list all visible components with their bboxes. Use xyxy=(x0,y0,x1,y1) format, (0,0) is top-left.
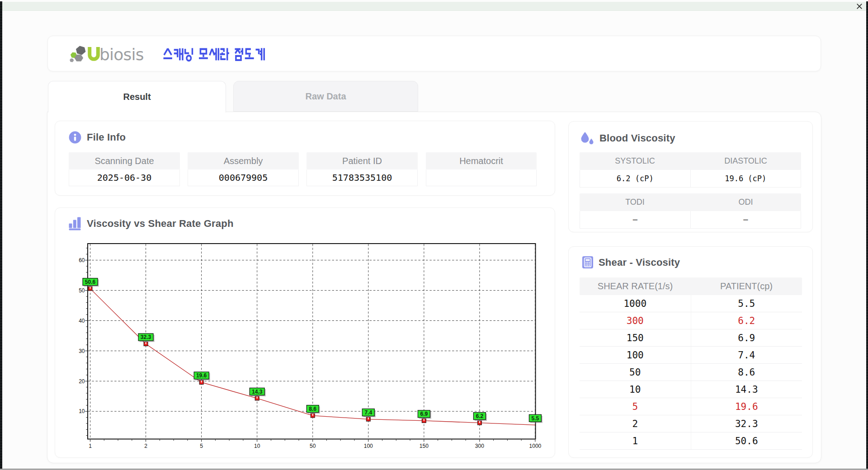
field-value xyxy=(426,169,537,186)
field-label: Assembly xyxy=(188,152,299,169)
field-label: Patient ID xyxy=(307,152,418,169)
field-value: 51783535100 xyxy=(307,169,418,186)
field-label: Hematocrit xyxy=(426,152,537,169)
table-row: 508.6 xyxy=(580,364,802,381)
file-info-field-scanning-date: Scanning Date2025-06-30 xyxy=(69,152,180,186)
svg-text:biosis: biosis xyxy=(99,45,144,64)
file-info-field-patient-id: Patient ID51783535100 xyxy=(307,152,418,186)
info-icon xyxy=(69,131,81,144)
file-info-title: File Info xyxy=(87,132,126,143)
column-header: SHEAR RATE(1/s) xyxy=(580,277,691,295)
close-icon[interactable] xyxy=(856,3,863,9)
table-row: 1506.9 xyxy=(580,329,802,347)
shear-rate-cell: 100 xyxy=(580,347,691,363)
svg-text:19.6: 19.6 xyxy=(196,372,207,379)
app-header: biosis 스캐닝 모세관 점도계 xyxy=(47,36,821,71)
table-row: 1014.3 xyxy=(580,381,802,398)
table-row: 3006.2 xyxy=(580,312,802,329)
patient-cell: 5.5 xyxy=(691,295,802,312)
patient-cell: 6.9 xyxy=(691,329,802,346)
patient-cell: 6.2 xyxy=(691,312,802,329)
svg-text:20: 20 xyxy=(79,378,85,385)
svg-text:50: 50 xyxy=(79,287,85,294)
field-value: 000679905 xyxy=(188,169,299,186)
viscosity-graph-card: Viscosity vs Shear Rate Graph 1251050100… xyxy=(55,207,555,458)
column-header: SYSTOLIC xyxy=(580,152,690,170)
blood-drops-icon xyxy=(580,132,594,145)
svg-text:10: 10 xyxy=(254,443,260,449)
svg-text:8.6: 8.6 xyxy=(309,406,316,412)
svg-text:7.4: 7.4 xyxy=(364,409,372,416)
desktop-edge-right xyxy=(866,1,868,469)
table-row: 150.6 xyxy=(580,432,802,450)
svg-text:6.9: 6.9 xyxy=(420,411,428,417)
field-value: 2025-06-30 xyxy=(69,169,180,186)
window-titlebar xyxy=(2,2,866,11)
svg-text:100: 100 xyxy=(364,443,373,449)
file-info-field-hematocrit: Hematocrit xyxy=(426,152,537,186)
blood-viscosity-card: Blood Viscosity SYSTOLICDIASTOLIC6.2 (cP… xyxy=(568,121,813,232)
table-row: 10005.5 xyxy=(580,295,802,312)
shear-rate-cell: 300 xyxy=(580,312,691,329)
svg-text:32.3: 32.3 xyxy=(141,334,151,340)
column-header: ODI xyxy=(690,193,801,211)
column-header: DIASTOLIC xyxy=(690,152,801,170)
patient-cell: 50.6 xyxy=(691,432,802,449)
tab-raw-data[interactable]: Raw Data xyxy=(233,81,418,112)
svg-text:1: 1 xyxy=(89,443,92,449)
desktop-edge-left xyxy=(0,1,2,469)
column-header: TODI xyxy=(580,193,690,211)
shear-rate-cell: 150 xyxy=(580,329,691,346)
value-cell: 6.2 (cP) xyxy=(580,170,691,187)
patient-cell: 19.6 xyxy=(691,398,802,415)
blood-viscosity-title: Blood Viscosity xyxy=(599,132,675,144)
shear-rate-cell: 2 xyxy=(580,415,691,432)
svg-text:40: 40 xyxy=(79,318,85,324)
value-cell: – xyxy=(691,211,801,228)
app-title-korean xyxy=(163,47,263,62)
table-row: 232.3 xyxy=(580,415,802,432)
tab-raw-data-label: Raw Data xyxy=(305,91,346,102)
patient-cell: 32.3 xyxy=(691,415,802,432)
svg-text:1000: 1000 xyxy=(529,443,542,449)
table-row: 1007.4 xyxy=(580,347,802,364)
tab-result-label: Result xyxy=(123,92,151,102)
shear-viscosity-title: Shear - Viscosity xyxy=(599,257,680,268)
calculator-icon xyxy=(582,256,593,268)
svg-text:50: 50 xyxy=(310,443,316,449)
patient-cell: 7.4 xyxy=(691,347,802,363)
svg-text:2: 2 xyxy=(144,443,147,449)
result-panel: File Info Scanning Date2025-06-30Assembl… xyxy=(47,112,821,463)
svg-text:6.2: 6.2 xyxy=(476,413,484,419)
shear-rate-cell: 1000 xyxy=(580,295,691,312)
shear-rate-cell: 50 xyxy=(580,364,691,381)
svg-text:30: 30 xyxy=(79,348,85,354)
shear-rate-cell: 5 xyxy=(580,398,691,415)
svg-text:60: 60 xyxy=(79,257,85,263)
tab-result[interactable]: Result xyxy=(48,81,226,113)
app-title-korean-text: 스캐닝 모세관 점도계 xyxy=(48,36,48,37)
svg-text:150: 150 xyxy=(420,443,429,449)
field-label: Scanning Date xyxy=(69,152,180,169)
value-cell: 19.6 (cP) xyxy=(691,170,801,187)
ubiosis-logo: biosis xyxy=(68,43,146,65)
shear-viscosity-card: Shear - Viscosity SHEAR RATE(1/s)PATIENT… xyxy=(568,246,813,458)
svg-text:14.3: 14.3 xyxy=(252,389,263,395)
blood-viscosity-table-0: SYSTOLICDIASTOLIC6.2 (cP)19.6 (cP) xyxy=(580,152,801,188)
svg-text:5: 5 xyxy=(200,443,203,449)
svg-text:50.6: 50.6 xyxy=(85,279,96,285)
shear-rate-cell: 1 xyxy=(580,432,691,449)
shear-rate-cell: 10 xyxy=(580,381,691,398)
patient-cell: 14.3 xyxy=(691,381,802,398)
column-header: PATIENT(cp) xyxy=(691,277,802,295)
file-info-field-assembly: Assembly000679905 xyxy=(188,152,299,186)
svg-text:5.5: 5.5 xyxy=(532,415,539,422)
file-info-card: File Info Scanning Date2025-06-30Assembl… xyxy=(55,121,555,196)
table-row: 519.6 xyxy=(580,398,802,415)
viscosity-chart: 1251050100150300100010203040506050.632.3… xyxy=(55,208,556,458)
svg-text:10: 10 xyxy=(79,408,85,414)
blood-viscosity-table-1: TODIODI–– xyxy=(580,193,801,229)
x-axis-labels: 12510501001503001000 xyxy=(89,443,541,449)
patient-cell: 8.6 xyxy=(691,364,802,381)
value-cell: – xyxy=(580,211,691,228)
